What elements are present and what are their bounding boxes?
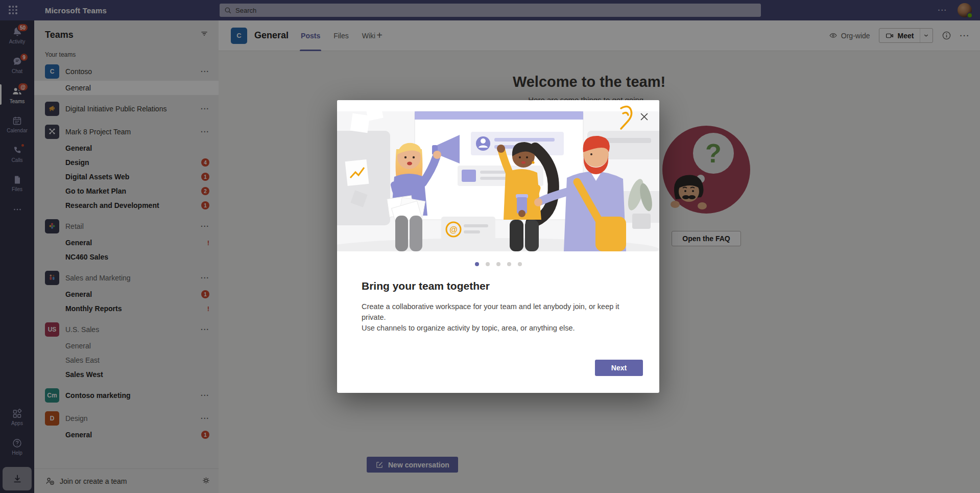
carousel-dot-3[interactable] bbox=[496, 262, 500, 266]
carousel-dot-4[interactable] bbox=[507, 262, 511, 266]
onboarding-dialog: @ bbox=[337, 100, 659, 393]
close-icon bbox=[640, 113, 648, 121]
team-collaboration-illustration: @ bbox=[337, 100, 659, 251]
svg-text:@: @ bbox=[449, 225, 458, 234]
carousel-dot-2[interactable] bbox=[486, 262, 490, 266]
dialog-body-line1: Create a collaborative workspace for you… bbox=[362, 302, 619, 321]
teams-app-window: Microsoft Teams ··· Activity50Chat9Teams… bbox=[0, 0, 980, 493]
carousel-dot-5[interactable] bbox=[518, 262, 522, 266]
close-dialog-button[interactable] bbox=[640, 113, 648, 123]
dialog-body-line2: Use channels to organize activity by top… bbox=[362, 324, 575, 332]
carousel-dots bbox=[337, 262, 659, 266]
dialog-title: Bring your team together bbox=[362, 280, 490, 292]
carousel-dot-1[interactable] bbox=[475, 262, 479, 266]
dialog-body: Create a collaborative workspace for you… bbox=[362, 301, 640, 334]
next-button[interactable]: Next bbox=[595, 360, 643, 376]
